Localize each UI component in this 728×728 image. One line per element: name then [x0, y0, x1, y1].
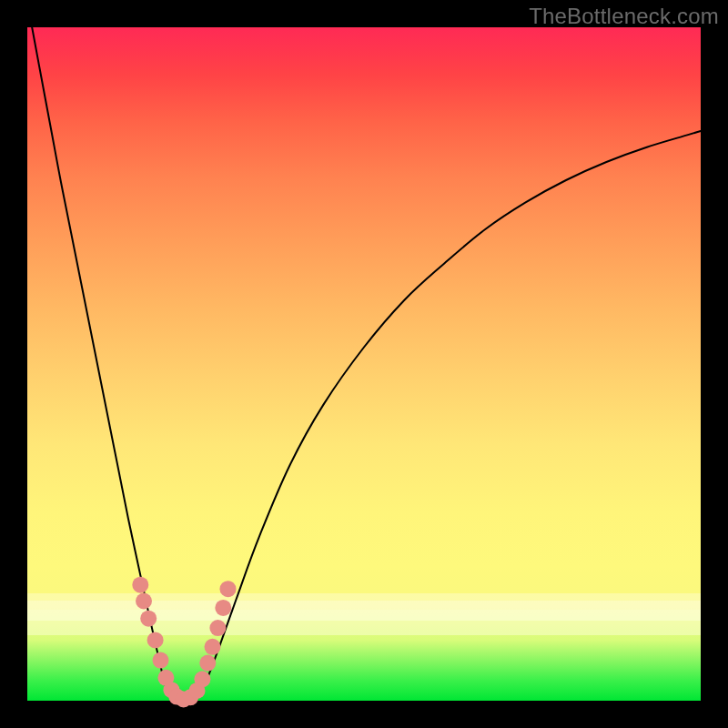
- bead-point: [220, 581, 237, 597]
- bead-point: [132, 577, 148, 593]
- bead-point: [136, 593, 152, 610]
- bead-point: [147, 632, 164, 648]
- bead-point: [199, 655, 216, 672]
- bottleneck-curve: [32, 27, 701, 701]
- bead-point: [215, 600, 231, 616]
- watermark-text: TheBottleneck.com: [529, 4, 719, 29]
- bead-point: [194, 671, 210, 687]
- curve-layer: [27, 27, 701, 701]
- bead-point: [209, 620, 226, 636]
- chart-frame: TheBottleneck.com: [0, 0, 728, 728]
- bead-point: [140, 611, 157, 627]
- bead-point: [153, 652, 169, 669]
- plot-area: [27, 27, 701, 701]
- bead-point: [205, 639, 221, 655]
